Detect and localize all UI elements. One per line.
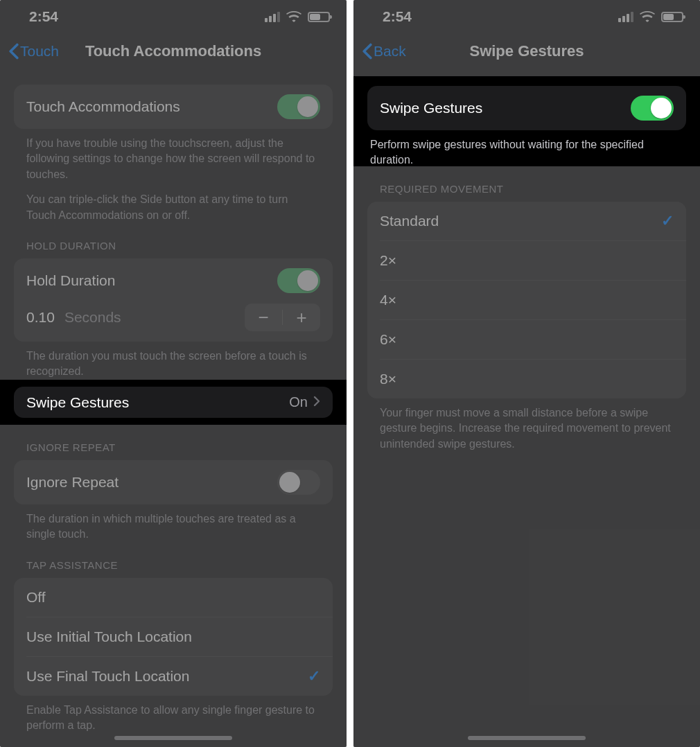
tap-assistance-note: Enable Tap Assistance to allow any singl…: [14, 696, 333, 734]
page-title: Touch Accommodations: [85, 42, 261, 60]
stepper-decrement[interactable]: −: [245, 304, 282, 331]
screenshot-touch-accommodations: 2:54 Touch Touch Accommodations: [0, 0, 347, 747]
touch-accommodations-cell[interactable]: Touch Accommodations: [14, 85, 333, 129]
hold-duration-group: Hold Duration 0.10 Seconds − +: [14, 258, 333, 342]
back-button[interactable]: Touch: [8, 33, 59, 69]
chevron-right-icon: [313, 394, 320, 410]
battery-icon: [308, 12, 330, 22]
tap-assistance-group: Off Use Initial Touch Location Use Final…: [14, 578, 333, 696]
cellular-signal-icon: [618, 12, 633, 22]
wifi-icon: [640, 11, 655, 22]
tap-assistance-off-label: Off: [26, 589, 46, 606]
movement-2x-label: 2×: [380, 252, 396, 269]
hold-duration-cell[interactable]: Hold Duration: [14, 258, 333, 303]
required-movement-group: Standard ✓ 2× 4× 6× 8×: [367, 202, 686, 398]
back-label: Back: [374, 43, 406, 60]
swipe-gestures-label: Swipe Gestures: [26, 394, 129, 411]
ignore-repeat-cell[interactable]: Ignore Repeat: [14, 460, 333, 504]
hold-duration-header: HOLD DURATION: [14, 223, 333, 258]
swipe-gestures-label: Swipe Gestures: [380, 100, 482, 116]
screenshot-swipe-gestures: 2:54 Back Swipe Gestures: [353, 0, 700, 747]
page-title: Swipe Gestures: [469, 42, 584, 60]
checkmark-icon: ✓: [661, 212, 674, 230]
ignore-repeat-note: The duration in which multiple touches a…: [14, 504, 333, 543]
hold-duration-unit: Seconds: [64, 309, 121, 326]
hold-duration-value-row: 0.10 Seconds − +: [14, 303, 333, 342]
swipe-gestures-toggle[interactable]: [631, 96, 674, 121]
hold-duration-value: 0.10: [26, 309, 55, 326]
battery-icon: [661, 12, 683, 22]
touch-accommodations-note-2: You can triple-click the Side button at …: [14, 182, 333, 223]
tap-assistance-initial-label: Use Initial Touch Location: [26, 629, 192, 645]
status-bar: 2:54: [353, 0, 700, 33]
tap-assistance-final-label: Use Final Touch Location: [26, 668, 189, 685]
status-icons: [618, 11, 683, 22]
movement-2x[interactable]: 2×: [367, 241, 686, 280]
swipe-gestures-note: Perform swipe gestures without waiting f…: [367, 130, 686, 168]
ignore-repeat-header: IGNORE REPEAT: [14, 425, 333, 460]
hold-duration-stepper[interactable]: − +: [245, 304, 320, 331]
movement-4x[interactable]: 4×: [367, 281, 686, 319]
movement-standard[interactable]: Standard ✓: [367, 202, 686, 240]
status-time: 2:54: [383, 8, 412, 25]
nav-bar: Touch Touch Accommodations: [0, 33, 347, 69]
tap-assistance-off[interactable]: Off: [14, 578, 333, 617]
back-button[interactable]: Back: [362, 33, 406, 69]
tap-assistance-header: TAP ASSISTANCE: [14, 543, 333, 578]
status-bar: 2:54: [0, 0, 347, 33]
required-movement-note: Your finger must move a small distance b…: [367, 398, 686, 452]
home-indicator[interactable]: [114, 736, 232, 740]
swipe-gestures-value: On: [289, 394, 308, 410]
touch-accommodations-label: Touch Accommodations: [26, 98, 180, 115]
swipe-gestures-cell[interactable]: Swipe Gestures: [367, 86, 686, 130]
stepper-increment[interactable]: +: [283, 304, 320, 331]
status-icons: [265, 11, 330, 22]
swipe-gestures-cell[interactable]: Swipe Gestures On: [14, 387, 333, 418]
hold-duration-note: The duration you must touch the screen b…: [14, 342, 333, 380]
status-time: 2:54: [29, 8, 58, 25]
back-label: Touch: [20, 43, 59, 60]
movement-8x[interactable]: 8×: [367, 360, 686, 398]
checkmark-icon: ✓: [308, 667, 320, 685]
movement-6x-label: 6×: [380, 331, 396, 348]
required-movement-header: REQUIRED MOVEMENT: [367, 166, 686, 202]
hold-duration-label: Hold Duration: [26, 272, 115, 289]
ignore-repeat-label: Ignore Repeat: [26, 474, 119, 491]
wifi-icon: [286, 11, 301, 22]
ignore-repeat-toggle[interactable]: [277, 470, 320, 495]
home-indicator[interactable]: [468, 736, 586, 740]
tap-assistance-initial[interactable]: Use Initial Touch Location: [14, 617, 333, 656]
hold-duration-toggle[interactable]: [277, 268, 320, 293]
movement-standard-label: Standard: [380, 213, 439, 229]
nav-bar: Back Swipe Gestures: [353, 33, 700, 69]
touch-accommodations-toggle[interactable]: [277, 94, 320, 119]
movement-6x[interactable]: 6×: [367, 320, 686, 359]
cellular-signal-icon: [265, 12, 280, 22]
movement-8x-label: 8×: [380, 371, 396, 387]
movement-4x-label: 4×: [380, 292, 396, 308]
touch-accommodations-note-1: If you have trouble using the touchscree…: [14, 129, 333, 182]
tap-assistance-final[interactable]: Use Final Touch Location ✓: [14, 657, 333, 696]
